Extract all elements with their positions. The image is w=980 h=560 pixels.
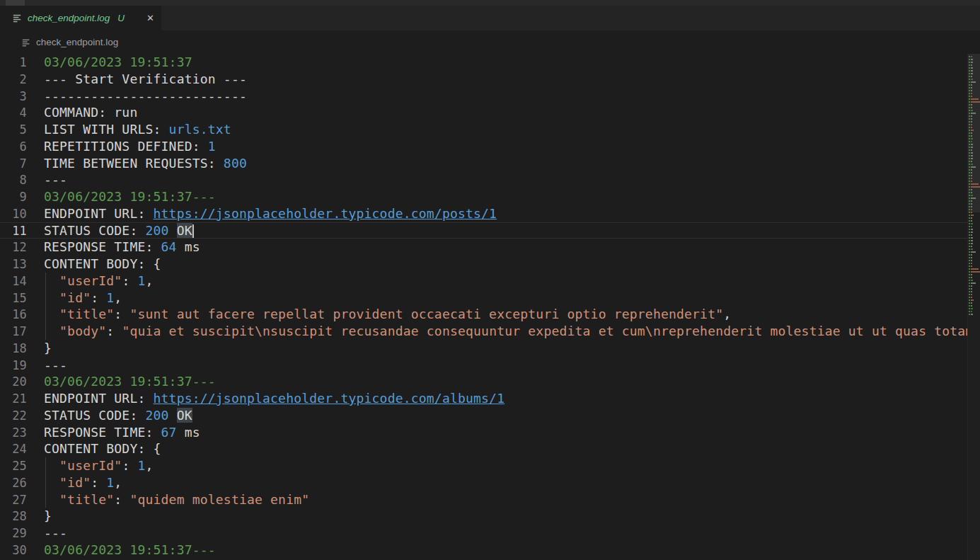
log-line[interactable]: 103/06/2023 19:51:37 [0, 54, 968, 71]
log-file-icon [12, 13, 23, 23]
log-line[interactable]: 3003/06/2023 19:51:37--- [0, 542, 968, 559]
log-line[interactable]: 29--- [0, 525, 968, 542]
line-content: CONTENT BODY: { [44, 440, 161, 457]
minimap-line-mark [971, 277, 972, 278]
minimap-git-decoration [969, 282, 970, 284]
minimap-git-decoration [969, 130, 970, 131]
minimap-line-mark [971, 147, 973, 148]
log-line[interactable]: 2003/06/2023 19:51:37--- [0, 373, 968, 390]
minimap-line-mark [971, 130, 974, 131]
minimap-line-mark [971, 56, 972, 57]
log-line[interactable]: 23RESPONSE TIME: 67 ms [0, 424, 968, 441]
log-line[interactable]: 27 "title": "quidem molestiae enim" [0, 491, 968, 508]
minimap-line-mark [971, 305, 972, 307]
log-line[interactable]: 19--- [0, 357, 968, 374]
minimap-git-decoration [969, 181, 970, 182]
minimap-line-mark [971, 96, 972, 97]
line-content: --- Start Verification --- [44, 71, 247, 88]
line-number: 19 [0, 358, 44, 375]
minimap-git-decoration [969, 212, 970, 213]
log-line[interactable]: 28} [0, 508, 968, 525]
line-content: REPETITIONS DEFINED: 1 [44, 138, 216, 155]
log-line[interactable]: 14 "userId": 1, [0, 273, 968, 290]
minimap-line-mark [971, 288, 972, 290]
log-line[interactable]: 26 "id": 1, [0, 474, 968, 491]
log-line[interactable]: 21ENDPOINT URL: https://jsonplaceholder.… [0, 390, 968, 407]
minimap-line-mark [971, 115, 972, 117]
minimap-git-decoration [969, 291, 970, 292]
line-content: "title": "sunt aut facere repellat provi… [44, 306, 731, 323]
code-token: ENDPOINT URL: [44, 206, 154, 221]
endpoint-url-link[interactable]: https://jsonplaceholder.typicode.com/alb… [154, 391, 505, 406]
minimap-git-decoration [969, 98, 970, 100]
line-content: STATUS CODE: 200 OK [44, 407, 192, 424]
log-line[interactable]: 24CONTENT BODY: { [0, 440, 968, 457]
minimap-git-decoration [969, 147, 970, 148]
log-line[interactable]: 6REPETITIONS DEFINED: 1 [0, 138, 968, 155]
log-line[interactable]: 903/06/2023 19:51:37--- [0, 188, 968, 205]
log-line[interactable]: 8--- [0, 171, 968, 188]
code-token: , [146, 458, 154, 473]
line-number: 17 [0, 324, 44, 341]
minimap[interactable] [967, 54, 980, 560]
log-line[interactable]: 18} [0, 340, 968, 357]
line-content: TIME BETWEEN REQUESTS: 800 [44, 155, 247, 172]
line-number: 18 [0, 341, 44, 358]
minimap-line-mark [971, 274, 972, 275]
indent-guide [45, 474, 46, 491]
indent-guide [45, 306, 46, 323]
log-line[interactable]: 17 "body": "quia et suscipit\nsuscipit r… [0, 323, 968, 340]
line-number: 1 [0, 55, 44, 72]
code-token: "id" [59, 475, 91, 490]
log-line[interactable]: 22STATUS CODE: 200 OK [0, 407, 968, 424]
endpoint-url-link[interactable]: https://jsonplaceholder.typicode.com/pos… [154, 206, 497, 221]
minimap-git-decoration [969, 274, 970, 275]
minimap-git-decoration [969, 138, 970, 139]
minimap-line-mark [971, 229, 973, 230]
minimap-git-decoration [969, 155, 970, 156]
code-token: 1 [137, 273, 145, 288]
minimap-line-mark [971, 124, 972, 125]
minimap-git-decoration [969, 302, 970, 304]
code-token: , [114, 290, 122, 305]
vscode-window: check_endpoint.log U ✕ check_endpoint.lo… [0, 0, 980, 560]
tab-check-endpoint-log[interactable]: check_endpoint.log U ✕ [0, 6, 161, 30]
log-line[interactable]: 25 "userId": 1, [0, 457, 968, 474]
minimap-line-mark [971, 232, 973, 233]
editor[interactable]: 103/06/2023 19:51:372--- Start Verificat… [0, 54, 980, 560]
log-line[interactable]: 7TIME BETWEEN REQUESTS: 800 [0, 155, 968, 172]
line-content: --- [44, 525, 67, 542]
minimap-line-mark [971, 164, 973, 165]
minimap-git-decoration [969, 81, 970, 83]
line-number: 28 [0, 508, 44, 525]
minimap-line-mark [971, 152, 973, 154]
log-line[interactable]: 3-------------------------- [0, 88, 968, 105]
line-content: STATUS CODE: 200 OK [44, 222, 194, 239]
minimap-line-mark [971, 93, 972, 94]
log-line[interactable]: 15 "id": 1, [0, 290, 968, 307]
log-line[interactable]: 2--- Start Verification --- [0, 71, 968, 88]
log-line[interactable]: 13CONTENT BODY: { [0, 256, 968, 273]
log-line[interactable]: 11STATUS CODE: 200 OK [0, 222, 968, 239]
minimap-git-decoration [969, 118, 970, 120]
log-line[interactable]: 10ENDPOINT URL: https://jsonplaceholder.… [0, 205, 968, 222]
log-line[interactable]: 12RESPONSE TIME: 64 ms [0, 239, 968, 256]
minimap-line-mark [971, 203, 972, 205]
log-line[interactable]: 16 "title": "sunt aut facere repellat pr… [0, 306, 968, 323]
breadcrumb-item-file[interactable]: check_endpoint.log [36, 37, 118, 47]
line-content: "title": "quidem molestiae enim" [44, 491, 309, 508]
minimap-line-mark [971, 79, 973, 80]
code-token: : [91, 475, 106, 490]
code-token: 03/06/2023 19:51:37--- [44, 189, 216, 204]
log-file-icon [21, 38, 31, 47]
minimap-line-mark [971, 215, 974, 216]
log-line[interactable]: 5LIST WITH URLS: urls.txt [0, 121, 968, 138]
minimap-line-mark [971, 192, 972, 193]
minimap-git-decoration [969, 166, 970, 168]
minimap-git-decoration [969, 234, 970, 236]
close-icon[interactable]: ✕ [146, 13, 154, 23]
minimap-line-mark [971, 294, 972, 295]
code-token: OK [177, 408, 192, 423]
log-line[interactable]: 4COMMAND: run [0, 104, 968, 121]
code-token: : [106, 324, 122, 338]
